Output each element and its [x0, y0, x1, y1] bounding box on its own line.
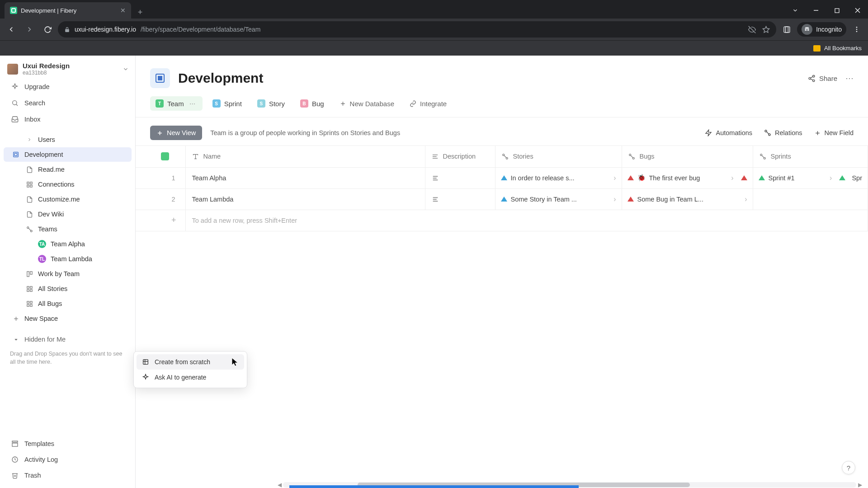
scroll-left-icon[interactable]: ◀	[276, 482, 283, 488]
sidebar: Uxui Redesign ea131bb8 Upgrade Search In…	[0, 56, 136, 488]
sidebar-item-wiki[interactable]: Dev Wiki	[4, 207, 132, 221]
new-view-button[interactable]: New View	[150, 126, 202, 140]
column-header-description[interactable]: Description	[425, 146, 495, 167]
cell-description[interactable]	[425, 167, 495, 188]
cell-stories[interactable]: In order to release s...›	[495, 167, 622, 188]
star-icon[interactable]	[762, 26, 770, 33]
more-menu-button[interactable]: ⋯	[845, 73, 854, 83]
sidebar-item-work-by-team[interactable]: Work by Team	[4, 267, 132, 281]
incognito-badge[interactable]: Incognito	[797, 22, 846, 37]
svg-marker-51	[706, 130, 711, 136]
column-header-bugs[interactable]: Bugs	[622, 146, 753, 167]
table-row[interactable]: 2 Team Lambda Some Story in Team ...› So…	[136, 188, 868, 210]
desc-icon	[432, 196, 439, 203]
sidebar-item-inbox[interactable]: Inbox	[4, 112, 132, 127]
sidebar-item-search[interactable]: Search	[4, 95, 132, 111]
share-button[interactable]: Share	[808, 75, 837, 82]
cell-description[interactable]	[425, 188, 495, 210]
sidebar-item-development[interactable]: Development	[4, 147, 132, 162]
svg-rect-15	[14, 152, 19, 157]
sidebar-item-connections[interactable]: Connections	[4, 177, 132, 192]
tab-team[interactable]: T Team ⋯	[150, 96, 203, 111]
chevron-down-icon[interactable]	[785, 2, 806, 19]
sidebar-item-new-space[interactable]: New Space	[4, 311, 132, 326]
sidebar-item-users[interactable]: Users	[4, 132, 132, 147]
sidebar-item-team-alpha[interactable]: TA Team Alpha	[4, 237, 132, 251]
window-controls	[785, 2, 868, 19]
sidebar-item-all-stories[interactable]: All Stories	[4, 282, 132, 296]
cell-stories[interactable]: Some Story in Team ...›	[495, 188, 622, 210]
board-icon	[25, 270, 33, 278]
sidebar-item-all-bugs[interactable]: All Bugs	[4, 296, 132, 311]
column-header-name[interactable]: Name	[185, 146, 425, 167]
favicon-icon	[10, 7, 17, 14]
svg-line-54	[766, 131, 769, 134]
back-button[interactable]	[4, 22, 19, 37]
kebab-menu-icon[interactable]	[849, 22, 864, 37]
sidebar-item-trash[interactable]: Trash	[4, 468, 132, 483]
chip-label: In order to release s...	[511, 174, 575, 182]
share-icon	[808, 75, 816, 82]
cell-bugs[interactable]: Some Bug in Team L...›	[622, 188, 753, 210]
sidebar-item-upgrade[interactable]: Upgrade	[4, 79, 132, 94]
column-label: Sprints	[771, 153, 791, 160]
extensions-icon[interactable]	[779, 22, 794, 37]
menu-item-create-from-scratch[interactable]: Create from scratch	[137, 354, 244, 370]
workspace-avatar	[7, 64, 18, 75]
forward-button[interactable]	[22, 22, 37, 37]
sidebar-item-activity[interactable]: Activity Log	[4, 452, 132, 467]
table-row[interactable]: 1 Team Alpha In order to release s...› 🐞…	[136, 167, 868, 188]
address-bar: uxui-redesign.fibery.io/fibery/space/Dev…	[0, 19, 868, 40]
new-database-button[interactable]: New Database	[334, 97, 400, 111]
cell-sprints[interactable]	[753, 188, 868, 210]
column-label: Description	[443, 153, 476, 160]
scroll-right-icon[interactable]: ▶	[856, 482, 863, 488]
button-label: New Field	[825, 129, 854, 136]
browser-chrome: Development | Fibery ✕ + uxui-redesign.f…	[0, 0, 868, 56]
column-header-sprints[interactable]: Sprints	[753, 146, 868, 167]
relations-button[interactable]: Relations	[764, 129, 802, 136]
workspace-switcher[interactable]: Uxui Redesign ea131bb8	[0, 56, 135, 79]
plus-icon	[12, 314, 20, 323]
table-container: Name Description Stories Bugs Sprints 1 …	[136, 146, 868, 488]
close-tab-icon[interactable]: ✕	[120, 7, 126, 14]
automations-button[interactable]: Automations	[705, 129, 752, 136]
data-table: Name Description Stories Bugs Sprints 1 …	[136, 146, 868, 231]
new-field-button[interactable]: New Field	[814, 129, 854, 136]
tab-bug[interactable]: B Bug	[295, 96, 330, 111]
column-header-stories[interactable]: Stories	[495, 146, 622, 167]
svg-line-67	[631, 155, 633, 158]
sidebar-item-customize[interactable]: Customize.me	[4, 192, 132, 206]
cell-bugs[interactable]: 🐞The first ever bug›	[622, 167, 753, 188]
minimize-button[interactable]	[806, 2, 826, 19]
add-row[interactable]: + To add a new row, press Shift+Enter	[136, 210, 868, 231]
sidebar-item-team-lambda[interactable]: TL Team Lambda	[4, 252, 132, 266]
cell-name[interactable]: Team Alpha	[185, 167, 425, 188]
link-icon	[410, 100, 416, 107]
app: Uxui Redesign ea131bb8 Upgrade Search In…	[0, 56, 868, 488]
reload-button[interactable]	[40, 22, 55, 37]
url-field[interactable]: uxui-redesign.fibery.io/fibery/space/Dev…	[58, 21, 776, 38]
menu-item-ask-ai[interactable]: Ask AI to generate	[137, 370, 244, 385]
help-button[interactable]: ?	[842, 461, 855, 474]
page-title: Development	[178, 70, 263, 86]
sidebar-item-templates[interactable]: Templates	[4, 436, 132, 451]
sidebar-item-readme[interactable]: Read.me	[4, 162, 132, 177]
flag-icon	[627, 175, 634, 180]
sidebar-section-hidden[interactable]: Hidden for Me	[4, 332, 132, 347]
browser-tab[interactable]: Development | Fibery ✕	[5, 2, 131, 19]
tab-story[interactable]: S Story	[252, 96, 290, 111]
cell-name[interactable]: Team Lambda	[185, 188, 425, 210]
all-bookmarks-link[interactable]: All Bookmarks	[824, 45, 862, 52]
cell-sprints[interactable]: Sprint #1›Spr	[753, 167, 868, 188]
new-tab-button[interactable]: +	[134, 6, 146, 19]
tab-menu-icon[interactable]: ⋯	[188, 100, 197, 107]
maximize-button[interactable]	[826, 2, 847, 19]
eye-off-icon[interactable]	[748, 26, 756, 33]
space-icon[interactable]	[150, 68, 170, 88]
tab-sprint[interactable]: S Sprint	[207, 96, 247, 111]
close-window-button[interactable]	[847, 2, 868, 19]
sidebar-item-teams[interactable]: Teams	[4, 222, 132, 236]
grid-icon	[25, 285, 33, 293]
integrate-button[interactable]: Integrate	[404, 97, 452, 111]
